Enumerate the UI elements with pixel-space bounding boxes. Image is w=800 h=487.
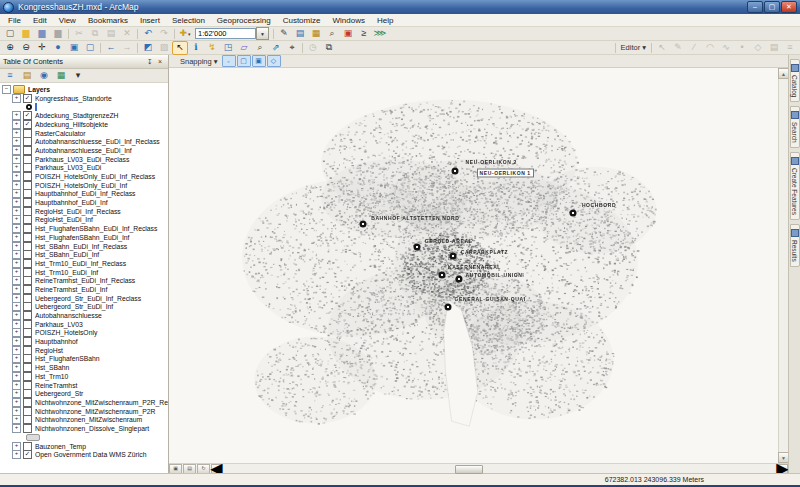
hyperlink-button[interactable]: ↯ — [204, 41, 220, 55]
expand-icon[interactable]: + — [12, 137, 21, 146]
edge-snapping-button[interactable]: ◇ — [267, 55, 281, 67]
layer-row[interactable]: +Hst_FlughafenSBahn_EuDi_Inf — [2, 233, 168, 242]
scale-dropdown-button[interactable]: ▼ — [256, 27, 269, 40]
layer-checkbox[interactable] — [23, 294, 32, 303]
search-window-button[interactable]: ⌕ — [324, 27, 340, 41]
go-back-extent-button[interactable]: ← — [103, 41, 119, 55]
docked-tab-search[interactable]: Search — [790, 106, 800, 148]
layer-checkbox[interactable] — [23, 155, 32, 164]
point-snapping-button[interactable]: ◦ — [222, 55, 236, 67]
layer-row[interactable]: +POISZH_HotelsOnly_EuDi_Inf_Reclass — [2, 172, 168, 181]
editor-toolbar-toggle-button[interactable]: ✎ — [276, 27, 292, 41]
vertex-snapping-button[interactable]: ▣ — [252, 55, 266, 67]
find-button[interactable]: ⌕ — [252, 41, 268, 55]
expand-icon[interactable]: + — [12, 294, 21, 303]
maximize-button[interactable]: ▢ — [764, 1, 780, 13]
menu-selection[interactable]: Selection — [166, 16, 211, 25]
layer-checkbox[interactable] — [23, 259, 32, 268]
layer-row[interactable]: +RegioHst — [2, 346, 168, 355]
layer-checkbox[interactable] — [23, 407, 32, 416]
layer-row[interactable]: +✓Kongresshaus_Standorte — [2, 94, 168, 103]
layer-row[interactable]: +Hst_Trm10_EuDi_Inf — [2, 268, 168, 277]
refresh-view-button[interactable]: ↻ — [197, 464, 210, 474]
expand-icon[interactable]: + — [12, 354, 21, 363]
menu-edit[interactable]: Edit — [27, 16, 53, 25]
layout-view-button[interactable]: ▤ — [183, 464, 196, 474]
expand-icon[interactable]: + — [12, 94, 21, 103]
layer-checkbox[interactable] — [23, 415, 32, 424]
layer-row[interactable]: +Hst_FlughafenSBahn_EuDi_Inf_Reclass — [2, 224, 168, 233]
layer-checkbox[interactable] — [23, 424, 32, 433]
add-data-button[interactable]: ✚▾ — [177, 27, 193, 41]
layer-row[interactable]: +POISZH_HotelsOnly_EuDi_Inf — [2, 181, 168, 190]
expand-icon[interactable]: + — [12, 198, 21, 207]
map-canvas[interactable]: NEU-OERLIKON 2NEU-OERLIKON 1HOCHBORDBAHN… — [169, 68, 778, 463]
layer-checkbox[interactable] — [23, 181, 32, 190]
layer-row[interactable]: +Hst_Trm10_EuDi_Inf_Reclass — [2, 259, 168, 268]
pin-icon[interactable]: ↧ — [145, 57, 155, 67]
layer-row[interactable]: +RasterCalculator — [2, 129, 168, 138]
layer-checkbox[interactable] — [23, 363, 32, 372]
end-snapping-button[interactable]: ▢ — [237, 55, 251, 67]
menu-bookmarks[interactable]: Bookmarks — [82, 16, 134, 25]
layer-checkbox[interactable] — [23, 250, 32, 259]
expand-icon[interactable]: + — [12, 172, 21, 181]
layer-checkbox[interactable]: ✓ — [23, 450, 32, 459]
minimize-button[interactable]: – — [747, 1, 763, 13]
layer-row[interactable]: +✓Open Government Data WMS Zürich — [2, 451, 168, 460]
layer-checkbox[interactable]: ✓ — [23, 94, 32, 103]
table-of-contents-window-button[interactable]: ▤ — [292, 27, 308, 41]
expand-icon[interactable]: + — [12, 111, 21, 120]
layer-row[interactable]: +Autobahnanschluesse — [2, 311, 168, 320]
layer-row[interactable]: +Parkhaus_LV03_EuDi — [2, 164, 168, 173]
menu-file[interactable]: File — [2, 16, 27, 25]
layer-row[interactable]: +Uebergeord_Str_EuDi_Inf — [2, 303, 168, 312]
layer-checkbox[interactable] — [23, 129, 32, 138]
expand-icon[interactable]: + — [12, 320, 21, 329]
expand-icon[interactable]: + — [12, 442, 21, 451]
layer-checkbox[interactable] — [23, 320, 32, 329]
docked-tab-results[interactable]: Results — [790, 224, 800, 267]
layer-checkbox[interactable] — [23, 224, 32, 233]
expand-icon[interactable]: + — [12, 276, 21, 285]
layer-checkbox[interactable] — [23, 381, 32, 390]
layer-row[interactable]: +ReineTramhst_EuDi_Inf — [2, 285, 168, 294]
layer-checkbox[interactable] — [23, 172, 32, 181]
layer-row[interactable]: +Bauzonen_Temp — [2, 442, 168, 451]
layer-row[interactable]: +Hst_FlughafenSBahn — [2, 355, 168, 364]
expand-icon[interactable]: + — [12, 129, 21, 138]
layer-checkbox[interactable] — [23, 233, 32, 242]
vertical-scrollbar[interactable]: ▲ ▼ — [778, 68, 788, 463]
expand-icon[interactable]: + — [12, 224, 21, 233]
layer-row[interactable]: +✓Abdeckung_Hilfsobjekte — [2, 120, 168, 129]
layer-checkbox[interactable] — [23, 398, 32, 407]
menu-view[interactable]: View — [53, 16, 82, 25]
layer-row[interactable]: +ReineTramhst_EuDi_Inf_Reclass — [2, 276, 168, 285]
python-window-button[interactable]: ≥ — [356, 27, 372, 41]
expand-icon[interactable]: + — [12, 250, 21, 259]
print-button[interactable]: ▆ — [50, 27, 66, 41]
pan-button[interactable]: ✛ — [34, 41, 50, 55]
layer-checkbox[interactable] — [23, 146, 32, 155]
expand-icon[interactable]: + — [12, 242, 21, 251]
layer-row[interactable]: +Nichtwohnzone_MitZwischenraum_P2R — [2, 407, 168, 416]
horizontal-scrollbar[interactable] — [222, 465, 777, 473]
expand-icon[interactable]: + — [12, 233, 21, 242]
identify-button[interactable]: ℹ — [188, 41, 204, 55]
layer-checkbox[interactable] — [23, 328, 32, 337]
layer-row[interactable]: +✓Abdeckung_StadtgrenzeZH — [2, 111, 168, 120]
editor-menu[interactable]: Editor ▾ — [618, 43, 649, 52]
layer-row[interactable]: +Hst_SBahn_EuDi_Inf_Reclass — [2, 242, 168, 251]
go-to-xy-button[interactable]: ⌖ — [284, 41, 300, 55]
expand-icon[interactable]: + — [12, 372, 21, 381]
toc-root-layers[interactable]: − Layers — [2, 85, 168, 94]
catalog-window-button[interactable]: ▦ — [308, 27, 324, 41]
list-by-source-button[interactable]: ▤ — [19, 69, 35, 83]
close-icon[interactable]: × — [155, 57, 165, 67]
scroll-left-icon[interactable]: ◀ — [211, 464, 222, 474]
menu-geoprocessing[interactable]: Geoprocessing — [211, 16, 277, 25]
zoom-in-button[interactable]: ⊕ — [2, 41, 18, 55]
expand-icon[interactable]: + — [12, 415, 21, 424]
list-by-selection-button[interactable]: ▦ — [53, 69, 69, 83]
layer-row[interactable]: +Autobahnanschluesse_EuDi_Inf_Reclass — [2, 137, 168, 146]
